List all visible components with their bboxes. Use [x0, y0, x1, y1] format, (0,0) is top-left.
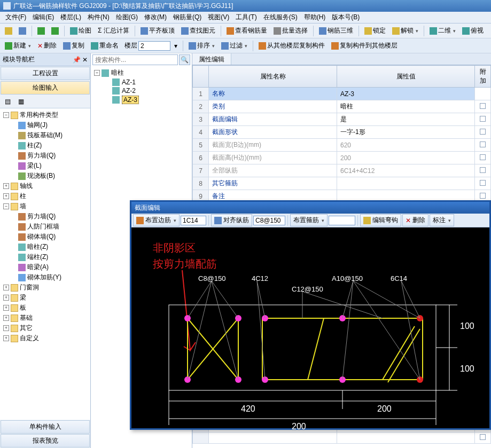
align-rebar-input[interactable] — [253, 216, 285, 225]
menu-edit[interactable]: 编辑(E) — [29, 12, 57, 23]
group-beam[interactable]: 梁 — [20, 293, 26, 302]
tb-rename[interactable]: 重命名 — [88, 40, 121, 52]
tb-flattop[interactable]: 平齐板顶 — [138, 25, 177, 37]
stirrup-input[interactable] — [329, 216, 355, 225]
group-column[interactable]: 柱 — [20, 192, 26, 201]
menu-online[interactable]: 在线服务(S) — [260, 12, 301, 23]
arrange-stirrup-button[interactable]: 布置箍筋 — [290, 214, 328, 226]
mark-button[interactable]: 标注 — [430, 214, 454, 226]
nav-pin-icon[interactable]: 📌 ✕ — [73, 56, 88, 64]
floor-input[interactable] — [138, 41, 170, 51]
prop-name[interactable]: 截面高(H边)(mm) — [209, 152, 337, 164]
menu-version[interactable]: 版本号(B) — [329, 12, 363, 23]
wall-end-col[interactable]: 端柱(Z) — [27, 253, 48, 262]
prop-value[interactable]: 6C14+4C12 — [337, 164, 475, 177]
wall-defense[interactable]: 人防门框墙 — [27, 222, 59, 231]
tb-bird[interactable]: 俯视 — [459, 25, 486, 37]
tree-column[interactable]: 柱(Z) — [27, 141, 42, 150]
prop-additional[interactable] — [475, 88, 491, 100]
search-input[interactable] — [92, 54, 178, 65]
prop-value[interactable]: 是 — [337, 113, 475, 126]
tree-slab[interactable]: 现浇板(B) — [27, 171, 55, 180]
wall-masonry[interactable]: 砌体墙(Q) — [27, 232, 56, 241]
collapse-all-icon[interactable]: ▦ — [15, 96, 27, 107]
align-rebar-button[interactable]: 对齐纵筋 — [211, 214, 252, 226]
instance-item[interactable]: AZ-2 — [122, 87, 136, 95]
tree-axis-grid[interactable]: 轴网(J) — [27, 121, 48, 130]
wall-hidden-beam[interactable]: 暗梁(A) — [27, 263, 49, 272]
menu-element[interactable]: 构件(N) — [84, 12, 113, 23]
wall-shear[interactable]: 剪力墙(Q) — [27, 212, 56, 221]
tb-undo[interactable] — [35, 26, 48, 36]
instance-root[interactable]: 暗柱 — [111, 68, 124, 77]
prop-name[interactable]: 其它箍筋 — [209, 177, 337, 190]
menu-rebar[interactable]: 钢筋量(Q) — [170, 12, 205, 23]
tree-common-root[interactable]: 常用构件类型 — [20, 111, 58, 120]
section-drawinput[interactable]: 绘图输入 — [1, 81, 90, 95]
prop-name[interactable]: 截面编辑 — [209, 113, 337, 126]
menu-file[interactable]: 文件(F) — [2, 12, 29, 23]
prop-name[interactable]: 类别 — [209, 100, 337, 113]
wall-hidden-col[interactable]: 暗柱(Z) — [27, 242, 48, 251]
menu-modify[interactable]: 修改(M) — [141, 12, 170, 23]
prop-additional[interactable] — [475, 113, 491, 126]
tb-toother[interactable]: 复制构件到其他楼层 — [329, 40, 400, 52]
prop-additional[interactable] — [475, 139, 491, 152]
floor-dropdown[interactable]: ▾ — [172, 41, 180, 51]
tb-sumcalc[interactable]: Σ 汇总计算 — [95, 25, 132, 37]
prop-value[interactable]: 一字-1形 — [337, 126, 475, 139]
prop-value[interactable]: AZ-3 — [337, 88, 475, 100]
group-custom[interactable]: 自定义 — [20, 334, 39, 343]
section-report[interactable]: 报表预览 — [1, 434, 90, 447]
prop-name[interactable]: 截面宽(B边)(mm) — [209, 139, 337, 152]
tb-rebar3d[interactable]: 钢筋三维 — [316, 25, 356, 37]
tb-redo[interactable] — [49, 26, 61, 36]
group-axis[interactable]: 轴线 — [20, 182, 33, 191]
prop-additional[interactable] — [475, 126, 491, 139]
edit-hook-button[interactable]: 编辑弯钩 — [360, 214, 401, 226]
prop-value[interactable]: 620 — [337, 139, 475, 152]
component-tree[interactable]: −常用构件类型 轴网(J) 筏板基础(M) 柱(Z) 剪力墙(Q) 梁(L) 现… — [0, 108, 90, 420]
menu-view[interactable]: 视图(V) — [205, 12, 232, 23]
prop-additional[interactable] — [475, 177, 491, 190]
expand-all-icon[interactable]: ▤ — [2, 96, 13, 107]
prop-additional[interactable] — [475, 164, 491, 177]
section-single[interactable]: 单构件输入 — [1, 420, 90, 434]
prop-name[interactable]: 全部纵筋 — [209, 164, 337, 177]
tb-viewrebar[interactable]: 查看钢筋量 — [224, 25, 270, 37]
tb-open[interactable] — [2, 26, 15, 36]
tb-findelem[interactable]: 查找图元 — [178, 25, 218, 37]
group-wall[interactable]: 墙 — [20, 202, 26, 211]
prop-additional[interactable] — [475, 152, 491, 164]
tree-shearwall[interactable]: 剪力墙(Q) — [27, 151, 56, 160]
tb-sort[interactable]: 排序 — [186, 40, 217, 52]
tb-del[interactable]: ✕ 删除 — [35, 40, 59, 52]
section-canvas[interactable]: 非阴影区 按剪力墙配筋 — [131, 227, 489, 428]
instance-item[interactable]: AZ-1 — [122, 78, 136, 86]
tb-fromother[interactable]: 从其他楼层复制构件 — [256, 40, 328, 52]
prop-value[interactable]: 暗柱 — [337, 100, 475, 113]
menu-help[interactable]: 帮助(H) — [301, 12, 329, 23]
tb-filter[interactable]: 过滤 — [219, 40, 250, 52]
arrange-edge-button[interactable]: 布置边筋 — [133, 214, 180, 226]
prop-name[interactable]: 截面形状 — [209, 126, 337, 139]
group-door[interactable]: 门窗洞 — [20, 283, 39, 292]
tab-property[interactable]: 属性编辑 — [192, 53, 231, 65]
tb-unlock[interactable]: 解锁 — [389, 25, 421, 37]
tb-copy[interactable]: 复制 — [60, 40, 87, 52]
edge-rebar-input[interactable] — [181, 216, 206, 225]
prop-value[interactable] — [337, 177, 475, 190]
tb-batchsel[interactable]: 批量选择 — [271, 25, 310, 37]
menu-draw[interactable]: 绘图(G) — [113, 12, 141, 23]
prop-value[interactable]: 200 — [337, 152, 475, 164]
prop-additional[interactable] — [475, 100, 491, 113]
tb-save[interactable] — [16, 26, 29, 36]
tree-raft[interactable]: 筏板基础(M) — [27, 131, 63, 140]
tree-beam[interactable]: 梁(L) — [27, 161, 42, 170]
group-slab[interactable]: 板 — [20, 303, 26, 312]
group-other[interactable]: 其它 — [20, 324, 33, 333]
group-found[interactable]: 基础 — [20, 313, 33, 323]
prop-name[interactable]: 名称 — [209, 88, 337, 100]
menu-tool[interactable]: 工具(T) — [232, 12, 260, 23]
tb-lock[interactable]: 锁定 — [362, 25, 388, 37]
